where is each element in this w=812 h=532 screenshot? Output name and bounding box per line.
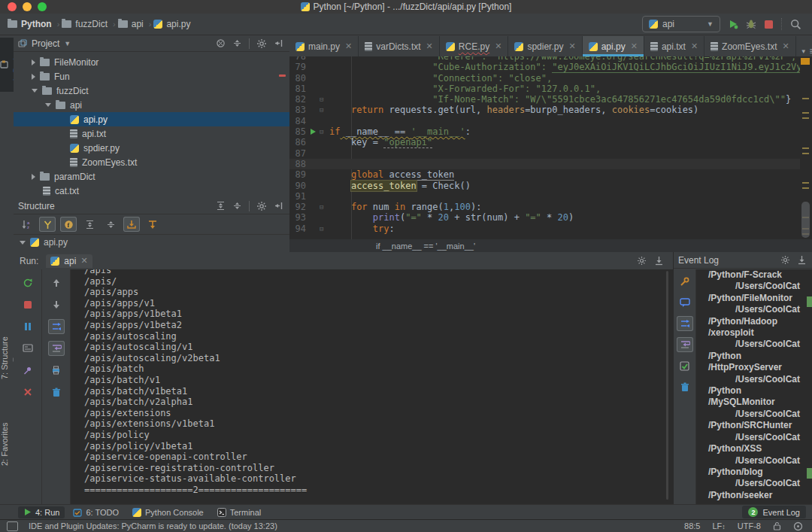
fold-icon[interactable]: ⊟ xyxy=(320,105,329,115)
collapse-all-icon[interactable] xyxy=(232,201,242,211)
event-log-button[interactable]: 2 Event Log xyxy=(742,506,806,518)
close-icon[interactable]: ✕ xyxy=(80,256,87,266)
sidebar-tab-favorites[interactable]: 2: Favorites ★ xyxy=(0,400,14,488)
debug-button[interactable] xyxy=(746,19,756,29)
dock-icon[interactable] xyxy=(797,255,807,265)
hide-panel-icon[interactable] xyxy=(274,201,283,211)
expand-all-icon[interactable] xyxy=(216,201,226,211)
tree-item-fuzzDict[interactable]: fuzzDict xyxy=(14,84,289,98)
breadcrumb-fuzzDict[interactable]: fuzzDict xyxy=(62,19,108,29)
close-icon[interactable]: ✕ xyxy=(782,41,789,51)
show-console-icon[interactable] xyxy=(20,341,36,356)
collapse-all-icon[interactable] xyxy=(232,38,242,48)
stop-button[interactable] xyxy=(764,20,774,29)
scroll-to-end-icon[interactable] xyxy=(48,319,65,334)
locate-icon[interactable] xyxy=(216,38,226,48)
editor-tab-RCE.py[interactable]: RCE.py✕ xyxy=(440,36,509,56)
show-fields-icon[interactable]: f xyxy=(60,217,77,232)
code-line-84[interactable]: 84 xyxy=(289,116,812,126)
tree-item-api[interactable]: api xyxy=(14,98,289,112)
event-log-content[interactable]: /Python/F-Scrack/Users/CoolCat/Python/Fi… xyxy=(696,269,812,504)
run-line-icon[interactable] xyxy=(311,129,316,135)
minimize-window-button[interactable] xyxy=(23,2,32,11)
run-console[interactable]: /apis/apis//apis/apps/apis/apps/v1/apis/… xyxy=(71,269,673,504)
fold-icon[interactable]: ⊟ xyxy=(320,126,329,137)
sort-alpha-icon[interactable]: az xyxy=(18,217,35,232)
encoding-widget[interactable]: UTF-8 xyxy=(738,521,761,530)
chevron-down-icon[interactable]: ▼ xyxy=(64,40,71,47)
toolwindow-quick-access-icon[interactable] xyxy=(7,521,18,531)
structure-root-item[interactable]: api.py xyxy=(14,235,289,250)
soft-wrap-icon[interactable] xyxy=(677,337,693,352)
tree-item-cat.txt[interactable]: cat.txt xyxy=(14,184,289,198)
group-methods-icon[interactable] xyxy=(39,217,56,232)
scrollbar-thumb[interactable] xyxy=(666,271,668,500)
chevron-down-icon[interactable] xyxy=(32,89,38,93)
close-icon[interactable]: ✕ xyxy=(426,41,433,51)
hector-inspector-icon[interactable] xyxy=(793,521,803,531)
code-line-89[interactable]: 89 global access_token xyxy=(289,169,812,180)
dock-icon[interactable] xyxy=(654,256,664,266)
run-tab-api[interactable]: api ✕ xyxy=(46,254,92,268)
project-panel-title[interactable]: Project xyxy=(32,38,59,49)
stop-icon[interactable] xyxy=(20,297,36,312)
toolwindow-button-4-Run[interactable]: 4: Run xyxy=(18,506,65,518)
code-line-86[interactable]: 86 key = "openapi" xyxy=(289,137,812,147)
fold-icon[interactable]: ⊟ xyxy=(320,223,329,234)
tree-item-spdier.py[interactable]: spdier.py xyxy=(14,141,289,155)
clear-icon[interactable] xyxy=(48,385,65,400)
code-line-79[interactable]: 79 "Cube-Authorization": "eyJ0eXAiOiJKV1… xyxy=(289,62,812,72)
trash-icon[interactable] xyxy=(677,379,693,394)
chevron-right-icon[interactable] xyxy=(32,59,35,65)
status-message[interactable]: IDE and Plugin Updates: PyCharm is ready… xyxy=(29,521,277,530)
chevron-down-icon[interactable]: ▼ xyxy=(801,48,807,55)
code-line-92[interactable]: 92⊟ for num in range(1,100): xyxy=(289,202,812,212)
code-line-91[interactable]: 91 xyxy=(289,191,812,202)
editor-scroll-stripe[interactable] xyxy=(800,56,812,239)
tree-item-api.txt[interactable]: api.txt xyxy=(14,126,289,141)
autoscroll-to-source-icon[interactable] xyxy=(123,217,140,232)
settings-icon[interactable] xyxy=(677,274,693,289)
toolwindow-button-Terminal[interactable]: Terminal xyxy=(212,506,267,518)
balloon-icon[interactable] xyxy=(677,295,693,310)
editor-code-area[interactable]: 78 "Referer": "https://www.zoomeye.org/s… xyxy=(289,56,812,239)
gear-icon[interactable] xyxy=(637,256,647,266)
pause-icon[interactable] xyxy=(20,319,36,334)
chevron-down-icon[interactable] xyxy=(20,241,26,245)
line-separator-widget[interactable]: LF↕ xyxy=(712,521,725,530)
chevron-down-icon[interactable] xyxy=(45,103,51,107)
autoscroll-from-source-icon[interactable] xyxy=(144,217,161,232)
code-line-85[interactable]: 85⊟if __name__ == '__main__': xyxy=(289,126,812,137)
print-icon[interactable] xyxy=(48,363,65,378)
toolwindow-button-6-TODO[interactable]: 6: TODO xyxy=(68,506,124,518)
run-button[interactable] xyxy=(728,19,738,29)
breadcrumb-api[interactable]: api xyxy=(118,19,144,29)
editor-tab-main.py[interactable]: main.py✕ xyxy=(289,36,359,56)
close-icon[interactable] xyxy=(20,385,36,400)
hide-panel-icon[interactable] xyxy=(274,38,283,48)
caret-position[interactable]: 88:5 xyxy=(684,521,700,530)
editor-tab-api.txt[interactable]: api.txt✕ xyxy=(644,36,704,56)
soft-wrap-icon[interactable] xyxy=(48,341,65,356)
collapse-all-icon[interactable] xyxy=(102,217,119,232)
breadcrumb-api.py[interactable]: api.py xyxy=(153,19,190,29)
gear-icon[interactable] xyxy=(780,255,790,265)
zoom-window-button[interactable] xyxy=(38,2,47,11)
chevron-right-icon[interactable] xyxy=(32,174,35,180)
editor-tab-api.py[interactable]: api.py✕ xyxy=(583,36,644,56)
code-line-87[interactable]: 87 xyxy=(289,148,812,159)
code-line-90[interactable]: 90 access_token = Check() xyxy=(289,181,812,191)
run-configuration-select[interactable]: api ▼ xyxy=(642,16,720,32)
editor-tab-spdier.py[interactable]: spdier.py✕ xyxy=(508,36,582,56)
code-line-94[interactable]: 94⊟ try: xyxy=(289,223,812,234)
tree-item-FileMonitor[interactable]: FileMonitor xyxy=(14,55,289,69)
fold-icon[interactable]: ⊟ xyxy=(320,94,329,105)
expand-all-icon[interactable] xyxy=(81,217,98,232)
fold-icon[interactable]: ⊟ xyxy=(320,202,329,212)
sidebar-tab-project[interactable]: 1: Project xyxy=(0,38,14,92)
code-line-81[interactable]: 81 "X-Forwarded-For": "127.0.0.1", xyxy=(289,84,812,94)
toolwindow-button-Python-Console[interactable]: Python Console xyxy=(127,506,209,518)
checkbox-icon[interactable] xyxy=(677,358,693,373)
chevron-right-icon[interactable] xyxy=(32,74,35,80)
breadcrumb-Python[interactable]: Python xyxy=(8,19,52,29)
